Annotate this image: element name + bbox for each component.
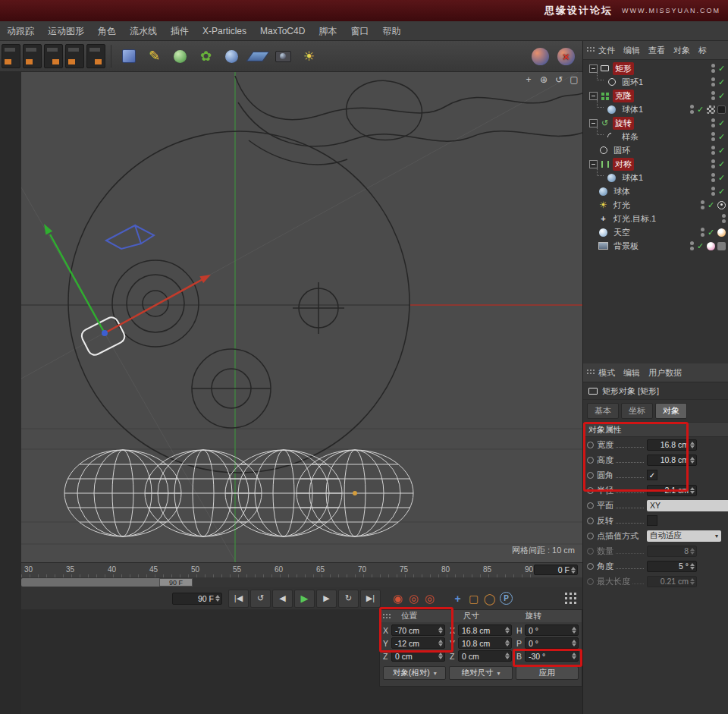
record-rotation-icon[interactable]: ◯ <box>482 593 497 605</box>
point-level-animation-icon[interactable] <box>565 593 567 595</box>
tab-object[interactable]: 对象 <box>655 403 687 419</box>
enable-check-icon[interactable]: ✓ <box>717 91 726 101</box>
sky-texture-tag-icon[interactable] <box>717 228 726 237</box>
coord-mode-dropdown[interactable]: 对象(相对)▾ <box>383 666 446 680</box>
visibility-dots[interactable] <box>711 91 715 100</box>
menu-window[interactable]: 窗口 <box>344 21 375 41</box>
light-icon[interactable]: ☀ <box>297 44 321 69</box>
next-frame-button[interactable]: ▶ <box>316 590 337 608</box>
visibility-dots[interactable] <box>701 200 704 209</box>
timeline-powerslider[interactable]: 90 F <box>21 577 582 587</box>
record-scale-icon[interactable]: ▢ <box>466 593 482 605</box>
visibility-dots[interactable] <box>711 146 715 155</box>
viewport-maximize-icon[interactable]: ▢ <box>569 74 579 85</box>
rounding-checkbox[interactable]: ✓ <box>647 470 657 480</box>
timeline-ruler[interactable]: 30 35 40 45 50 55 60 65 70 75 80 85 90 0… <box>21 562 582 577</box>
radius-field[interactable]: 2.1 cm <box>647 485 697 496</box>
timeline-palette-icon-2[interactable] <box>23 44 42 68</box>
goto-end-button[interactable]: ▶| <box>360 590 381 608</box>
menu-pipeline[interactable]: 流水线 <box>123 21 164 41</box>
size-y-field[interactable]: 10.8 cm <box>458 637 512 649</box>
om-menu-edit[interactable]: 编辑 <box>623 45 640 56</box>
material-tag-icon[interactable] <box>717 105 726 114</box>
record-parameter-icon[interactable]: P <box>500 592 513 605</box>
object-row-symmetry[interactable]: 对称 ✓ <box>583 157 728 171</box>
object-row-light[interactable]: ☀ 灯光 ✓ <box>583 198 728 212</box>
menu-motion-tracker[interactable]: 动跟踪 <box>0 21 41 41</box>
visibility-dots[interactable] <box>711 159 715 168</box>
visibility-dots[interactable] <box>701 228 704 237</box>
object-row-spline[interactable]: 样条 ✓ <box>583 130 728 143</box>
timeline-palette-icon-1[interactable] <box>2 44 20 68</box>
object-row-sphere[interactable]: 球体 ✓ <box>583 184 728 198</box>
om-menu-object[interactable]: 对象 <box>673 45 690 56</box>
timeline-palette-icon-4[interactable] <box>65 44 84 68</box>
keyframe-dot-icon[interactable] <box>587 457 594 464</box>
background-texture-tag-icon[interactable] <box>707 242 715 250</box>
keyframe-dot-icon[interactable] <box>587 533 594 539</box>
size-z-field[interactable]: 0 cm <box>458 650 512 662</box>
autokey-icon[interactable]: ◎ <box>406 592 422 605</box>
plane-dropdown[interactable]: XY▾ <box>647 500 728 511</box>
height-field[interactable]: 10.8 cm <box>647 455 697 466</box>
object-row-sphere1[interactable]: 球体1 ✓ <box>583 102 728 116</box>
pen-spline-icon[interactable]: ✎ <box>143 44 166 69</box>
position-z-field[interactable]: 0 cm <box>391 650 445 662</box>
keyframe-dot-icon[interactable] <box>587 472 594 479</box>
visibility-dots[interactable] <box>711 187 715 196</box>
keyframe-dot-icon[interactable] <box>587 442 594 448</box>
panel-grip-icon[interactable] <box>587 47 588 49</box>
play-button[interactable]: ▶ <box>294 590 315 608</box>
panel-grip-icon[interactable] <box>383 614 384 615</box>
end-frame-field[interactable]: 0 F <box>534 565 578 575</box>
object-row-rectangle[interactable]: 矩形 ✓ <box>583 61 728 75</box>
target-tag-icon[interactable] <box>717 201 726 209</box>
enable-check-icon[interactable]: ✓ <box>696 241 704 251</box>
expander-icon[interactable] <box>589 119 598 127</box>
apply-button[interactable]: 应用 <box>516 666 579 680</box>
enable-check-icon[interactable]: ✓ <box>717 118 726 128</box>
enable-check-icon[interactable]: ✓ <box>717 146 726 156</box>
position-y-field[interactable]: -12 cm <box>391 637 445 649</box>
current-frame-handle[interactable]: 90 F <box>159 578 193 587</box>
render-view-icon[interactable] <box>529 44 552 69</box>
menu-help[interactable]: 帮助 <box>375 21 407 41</box>
am-menu-edit[interactable]: 编辑 <box>623 367 640 379</box>
visibility-dots[interactable] <box>711 77 715 86</box>
viewport-canvas[interactable] <box>21 72 582 562</box>
spinner-arrows-icon[interactable] <box>215 595 220 602</box>
enable-check-icon[interactable]: ✓ <box>717 132 726 142</box>
generator-sphere-icon[interactable] <box>168 44 192 69</box>
texture-tag-icon[interactable] <box>707 105 715 114</box>
render-settings-icon[interactable]: × <box>554 44 578 69</box>
interpolation-dropdown[interactable]: 自动适应▾ <box>647 530 721 542</box>
visibility-dots[interactable] <box>690 241 694 250</box>
object-row-cloner[interactable]: 克隆 ✓ <box>583 89 728 102</box>
array-mograph-icon[interactable]: ✿ <box>194 44 218 69</box>
prev-frame-button[interactable]: ◀ <box>272 590 293 608</box>
object-row-circle[interactable]: 圆环 ✓ <box>583 143 728 157</box>
position-x-field[interactable]: -70 cm <box>391 624 445 636</box>
tab-basic[interactable]: 基本 <box>587 403 619 419</box>
size-x-field[interactable]: 16.8 cm <box>458 624 512 636</box>
viewport-pan-icon[interactable]: + <box>523 74 534 85</box>
menu-mograph[interactable]: 运动图形 <box>41 21 91 41</box>
enable-check-icon[interactable]: ✓ <box>717 77 726 87</box>
deformer-icon[interactable] <box>220 44 243 69</box>
goto-start-button[interactable]: |◀ <box>228 590 249 608</box>
angle-field[interactable]: 5 ° <box>647 561 697 572</box>
expander-icon[interactable] <box>589 160 598 168</box>
viewport[interactable]: + ⊕ ↺ ▢ 网格间距 : 10 cm <box>21 72 582 562</box>
object-row-sphere1b[interactable]: 球体1 ✓ <box>583 171 728 184</box>
keyframe-selection-icon[interactable]: ◎ <box>422 592 438 605</box>
menu-character[interactable]: 角色 <box>91 21 123 41</box>
timeline-palette-icon-5[interactable] <box>86 44 105 68</box>
record-position-icon[interactable]: + <box>450 593 466 605</box>
om-menu-file[interactable]: 文件 <box>598 45 615 56</box>
viewport-zoom-icon[interactable]: ⊕ <box>538 74 549 85</box>
object-row-sky[interactable]: 天空 ✓ <box>583 225 728 239</box>
rotation-h-field[interactable]: 0 ° <box>525 624 579 636</box>
visibility-dots[interactable] <box>711 64 715 73</box>
camera-icon[interactable] <box>271 44 295 69</box>
compositing-tag-icon[interactable] <box>717 242 726 250</box>
